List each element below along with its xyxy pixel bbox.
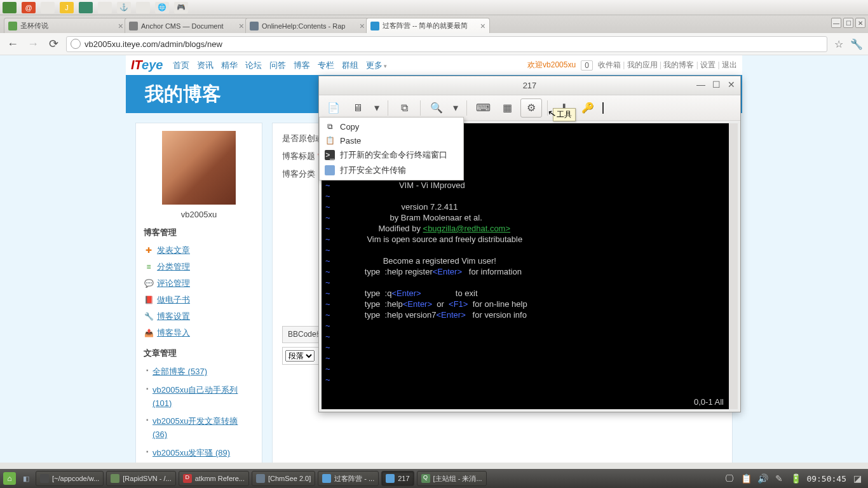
tab-close-icon[interactable]: × [236, 21, 244, 31]
chrome-tab-0[interactable]: 圣杯传说× [4, 18, 128, 33]
taskbar-item-4[interactable]: 过客阵营 - ... [318, 471, 379, 486]
toolbar-grid-icon[interactable]: ▦ [496, 98, 518, 118]
sidebar-item-label[interactable]: 发表文章 [157, 245, 190, 256]
taskbar-item-1[interactable]: [RapidSVN - /... [106, 471, 175, 486]
tray-clipboard-icon[interactable]: 📋 [740, 473, 752, 484]
address-bar[interactable]: vb2005xu.iteye.com/admin/blogs/new [66, 36, 827, 52]
sidebar-heading-articles: 文章管理 [144, 348, 254, 359]
sidebar-article-item-3: vb2005xu发牢骚 (89) [146, 444, 254, 463]
nav-link-8[interactable]: 更多 [366, 60, 387, 70]
launcher-app-8[interactable]: 🌐 [155, 2, 169, 13]
sidebar-manage-item-2[interactable]: 💬评论管理 [144, 275, 254, 292]
nav-link-5[interactable]: 博客 [294, 60, 310, 70]
launcher-app-3[interactable]: J [60, 2, 74, 13]
sidebar-item-label[interactable]: 博客设置 [157, 311, 190, 322]
toolbar-gear-icon[interactable]: ⚙ [520, 98, 542, 118]
taskbar-item-2[interactable]: Datkmm Refere... [179, 471, 249, 486]
launcher-app-7[interactable] [136, 2, 150, 13]
sidebar-article-link[interactable]: vb2005xu发牢骚 (89) [153, 448, 230, 458]
user-link-2[interactable]: 我的博客 [663, 60, 694, 69]
sidebar-manage-item-3[interactable]: 📕做电子书 [144, 292, 254, 308]
tab-close-icon[interactable]: × [357, 21, 365, 31]
toolbar-key-icon[interactable]: 🔑 [577, 98, 599, 118]
context-menu-item-2[interactable]: >_打开新的安全命令行终端窗口 [320, 147, 463, 163]
taskbar-item-5[interactable]: 217 [381, 471, 414, 486]
show-desktop-button[interactable]: ◧ [18, 471, 34, 486]
window-maximize-button[interactable]: ☐ [843, 18, 853, 28]
back-button[interactable]: ← [5, 36, 20, 51]
sidebar-manage-item-4[interactable]: 🔧博客设置 [144, 308, 254, 325]
tab-close-icon[interactable]: × [116, 21, 123, 31]
sidebar-article-link[interactable]: 全部博客 (537) [153, 367, 207, 376]
window-close-button[interactable]: ✕ [855, 18, 865, 28]
nav-link-0[interactable]: 首页 [173, 60, 189, 70]
tray-battery-icon[interactable]: 🔋 [790, 473, 801, 484]
tab-close-icon[interactable]: × [478, 21, 485, 31]
avatar[interactable] [162, 131, 236, 205]
sidebar-item-label[interactable]: 做电子书 [157, 294, 190, 306]
user-link-4[interactable]: 退出 [722, 60, 737, 69]
launcher-app-9[interactable]: 🎮 [174, 2, 188, 13]
tray-display-icon[interactable]: 🖵 [724, 473, 735, 484]
notification-badge[interactable]: 0 [581, 60, 593, 71]
user-link-1[interactable]: 我的应用 [627, 60, 658, 69]
context-menu-item-3[interactable]: 打开安全文件传输 [320, 163, 463, 178]
tray-pen-icon[interactable]: ✎ [773, 473, 785, 484]
toolbar-dropdown2-icon[interactable]: ▾ [450, 98, 461, 118]
start-menu-button[interactable]: ⌂ [1, 471, 18, 486]
context-menu-item-0[interactable]: ⧉Copy [320, 119, 463, 133]
launcher-app-6[interactable]: ⚓ [117, 2, 131, 13]
sidebar-manage-item-0[interactable]: ✚发表文章 [144, 242, 254, 259]
panel-clock[interactable]: 09:50:45 [806, 474, 846, 484]
format-select[interactable]: 段落 [285, 350, 315, 362]
user-link-0[interactable]: 收件箱 [598, 60, 621, 69]
window-minimize-button[interactable]: — [831, 18, 841, 28]
launcher-app-5[interactable] [98, 2, 112, 13]
sidebar-manage-item-1[interactable]: ≡分类管理 [144, 259, 254, 275]
launcher-app-4[interactable] [79, 2, 93, 13]
toolbar-new-icon[interactable]: 📄 [323, 98, 344, 118]
toolbar-screen-icon[interactable]: 🖥 [347, 98, 369, 118]
tray-workspace-icon[interactable]: ◪ [851, 473, 863, 484]
menu-item-label: Copy [340, 122, 359, 132]
tray-volume-icon[interactable]: 🔊 [757, 473, 768, 484]
terminal-close-icon[interactable]: ✕ [726, 79, 736, 90]
user-link-3[interactable]: 设置 [700, 60, 715, 69]
sidebar-item-label[interactable]: 博客导入 [157, 327, 190, 339]
launcher-app-1[interactable]: @ [22, 2, 36, 13]
reload-button[interactable]: ⟳ [46, 36, 61, 51]
iteye-logo[interactable]: ITeye [131, 58, 163, 72]
sidebar-article-item-2: vb2005xu开发文章转摘 (36) [146, 412, 254, 444]
forward-button[interactable]: → [25, 36, 41, 51]
toolbar-dropdown-icon[interactable]: ▾ [371, 98, 383, 118]
nav-link-3[interactable]: 论坛 [245, 60, 262, 70]
taskbar-item-0[interactable]: [~/appcode/w... [36, 471, 104, 486]
terminal-titlebar[interactable]: 217 — ☐ ✕ [319, 76, 740, 95]
terminal-maximize-icon[interactable]: ☐ [711, 79, 721, 90]
chrome-tab-2[interactable]: OnlineHelp:Contents - Rap× [245, 18, 369, 33]
sidebar-manage-item-5[interactable]: 📤博客导入 [144, 325, 254, 341]
sidebar-article-link[interactable]: vb2005xu自己动手系列 (101) [153, 385, 238, 408]
terminal-minimize-icon[interactable]: — [696, 79, 706, 90]
nav-link-2[interactable]: 精华 [221, 60, 238, 70]
launcher-app-0[interactable] [3, 2, 17, 13]
context-menu-item-1[interactable]: 📋Paste [320, 133, 463, 147]
sidebar-item-label[interactable]: 分类管理 [157, 261, 190, 273]
chrome-menu-icon[interactable]: 🔧 [850, 37, 863, 50]
chrome-tab-3[interactable]: 过客阵营 -- 简单的就要最简× [366, 18, 490, 33]
nav-link-7[interactable]: 群组 [342, 60, 358, 70]
taskbar-item-6[interactable]: Q[主站组 - 来消... [417, 471, 487, 486]
terminal-scrollbar[interactable] [729, 123, 738, 409]
launcher-app-2[interactable] [41, 2, 55, 13]
taskbar-item-3[interactable]: [ChmSee 2.0] [252, 471, 315, 486]
toolbar-copy-icon[interactable]: ⧉ [393, 98, 415, 118]
toolbar-keyboard-icon[interactable]: ⌨ [472, 98, 494, 118]
nav-link-6[interactable]: 专栏 [318, 60, 334, 70]
bookmark-star-icon[interactable]: ☆ [832, 37, 845, 50]
chrome-tab-1[interactable]: Anchor CMS — Document× [125, 18, 248, 33]
toolbar-find-icon[interactable]: 🔍 [426, 98, 447, 118]
nav-link-1[interactable]: 资讯 [197, 60, 214, 70]
sidebar-item-label[interactable]: 评论管理 [157, 278, 190, 289]
sidebar-article-link[interactable]: vb2005xu开发文章转摘 (36) [153, 416, 238, 439]
nav-link-4[interactable]: 问答 [269, 60, 286, 70]
